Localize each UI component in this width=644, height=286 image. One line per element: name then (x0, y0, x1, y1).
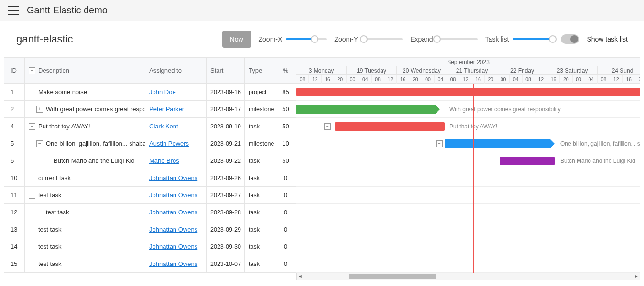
chart-expander[interactable]: − (436, 140, 443, 147)
chart-expander[interactable]: − (324, 123, 331, 130)
task-pct: 50 (275, 118, 296, 135)
assigned-link[interactable]: Johnattan Owens (149, 260, 197, 267)
show-tasklist-toggle[interactable] (561, 34, 579, 44)
task-description: current task (38, 174, 71, 181)
assigned-link[interactable]: Johnattan Owens (149, 243, 197, 250)
hour-tick: 16 (472, 75, 485, 84)
assigned-link[interactable]: Austin Powers (149, 140, 189, 147)
task-pct: 0 (275, 169, 296, 186)
task-id: 6 (4, 152, 25, 169)
scroll-left-arrow[interactable]: ◄ (297, 273, 304, 280)
now-line (473, 84, 474, 273)
table-row: 12test taskJohnattan Owens2023-09-28task… (4, 204, 296, 221)
hour-tick: 20 (635, 75, 640, 84)
task-description: With great power comes great respo... (46, 106, 145, 113)
task-pct: 0 (275, 238, 296, 255)
table-row: 4−Put that toy AWAY!Clark Kent2023-09-19… (4, 118, 296, 135)
hour-tick: 20 (560, 75, 572, 84)
assigned-link[interactable]: Johnattan Owens (149, 209, 197, 216)
table-row: 1−Make some noiseJohn Doe2023-09-16proje… (4, 84, 296, 101)
task-id: 11 (4, 187, 25, 203)
task-type: task (245, 221, 275, 238)
gantt-bar[interactable] (500, 157, 555, 165)
assigned-link[interactable]: Johnattan Owens (149, 226, 197, 233)
hour-tick: 08 (296, 75, 309, 84)
hour-tick: 20 (334, 75, 347, 84)
assigned-link[interactable]: John Doe (149, 88, 176, 95)
gantt-bar-label: One billion, gajillion, fafillion... sha (560, 139, 640, 148)
task-description: test task (38, 226, 61, 233)
task-id: 13 (4, 221, 25, 238)
row-expander[interactable]: − (36, 140, 43, 147)
menu-icon[interactable] (8, 6, 19, 15)
assigned-link[interactable]: Clark Kent (149, 123, 178, 130)
hour-tick: 16 (397, 75, 409, 84)
task-type: task (245, 118, 275, 135)
task-pct: 10 (275, 135, 296, 152)
row-expander[interactable]: − (29, 192, 35, 199)
task-id: 5 (4, 135, 25, 152)
scrollbar-thumb[interactable] (349, 274, 436, 279)
day-header: 22 Friday (497, 66, 547, 74)
hour-tick: 12 (309, 75, 321, 84)
hour-tick: 08 (447, 75, 459, 84)
row-expander[interactable]: − (29, 123, 35, 130)
hour-tick: 16 (623, 75, 635, 84)
row-expander[interactable]: − (29, 89, 35, 95)
horizontal-scrollbar[interactable]: ◄ ► (296, 273, 640, 280)
zoom-x-slider[interactable] (286, 38, 327, 40)
zoom-x-label: Zoom-X (259, 35, 283, 43)
show-tasklist-label: Show task list (587, 35, 628, 43)
chart-row (296, 238, 640, 255)
scroll-right-arrow[interactable]: ► (633, 273, 640, 280)
gantt-bar[interactable] (445, 139, 555, 148)
col-id: ID (4, 58, 25, 83)
chart-row: −One billion, gajillion, fafillion... sh… (296, 135, 640, 152)
assigned-link[interactable]: Peter Parker (149, 106, 184, 113)
task-start: 2023-09-26 (207, 169, 245, 186)
table-row: 11−test taskJohnattan Owens2023-09-27tas… (4, 187, 296, 204)
expand-slider[interactable] (437, 38, 478, 40)
row-expander[interactable]: + (36, 106, 43, 113)
assigned-link[interactable]: Johnattan Owens (149, 174, 197, 181)
chart-row: With great power comes great responsibil… (296, 101, 640, 118)
now-button[interactable]: Now (222, 31, 251, 48)
col-start: Start (207, 58, 245, 83)
assigned-link[interactable]: Mario Bros (149, 157, 179, 164)
chart-row (296, 204, 640, 221)
col-assigned: Assigned to (145, 58, 207, 83)
chart-row: −Put that toy AWAY! (296, 118, 640, 135)
table-row: 2+With great power comes great respo...P… (4, 101, 296, 118)
hour-tick: 12 (459, 75, 472, 84)
zoom-y-label: Zoom-Y (334, 35, 358, 43)
task-description: test task (38, 243, 61, 250)
task-start: 2023-09-30 (207, 238, 245, 255)
task-description: Butch Mario and the Luigi Kid (54, 157, 135, 164)
hour-tick: 00 (347, 75, 359, 84)
task-start: 2023-09-21 (207, 135, 245, 152)
task-type: task (245, 255, 275, 272)
task-type: milestone (245, 101, 275, 117)
hour-tick: 20 (409, 75, 422, 84)
assigned-link[interactable]: Johnattan Owens (149, 191, 197, 199)
task-start: 2023-09-27 (207, 187, 245, 203)
expander-all[interactable]: − (29, 67, 35, 74)
hour-tick: 04 (510, 75, 522, 84)
table-row: 6Butch Mario and the Luigi KidMario Bros… (4, 152, 296, 169)
tasklist-slider[interactable] (513, 38, 553, 40)
table-row: 14test taskJohnattan Owens2023-09-30task… (4, 238, 296, 255)
gantt-bar[interactable] (296, 105, 440, 114)
task-pct: 50 (275, 152, 296, 169)
task-start: 2023-09-28 (207, 204, 245, 221)
gantt-bar[interactable] (335, 122, 445, 131)
task-description: One billion, gajillion, fafillion... sha… (46, 140, 145, 147)
hour-tick: 00 (422, 75, 435, 84)
hour-tick: 08 (372, 75, 384, 84)
task-pct: 0 (275, 255, 296, 272)
zoom-y-slider[interactable] (362, 38, 403, 40)
gantt-bar[interactable] (296, 88, 640, 96)
task-start: 2023-09-17 (207, 101, 245, 117)
table-row: 15test taskJohnattan Owens2023-10-07task… (4, 255, 296, 273)
hour-tick: 12 (535, 75, 547, 84)
day-header: 20 Wednesday (397, 66, 447, 74)
